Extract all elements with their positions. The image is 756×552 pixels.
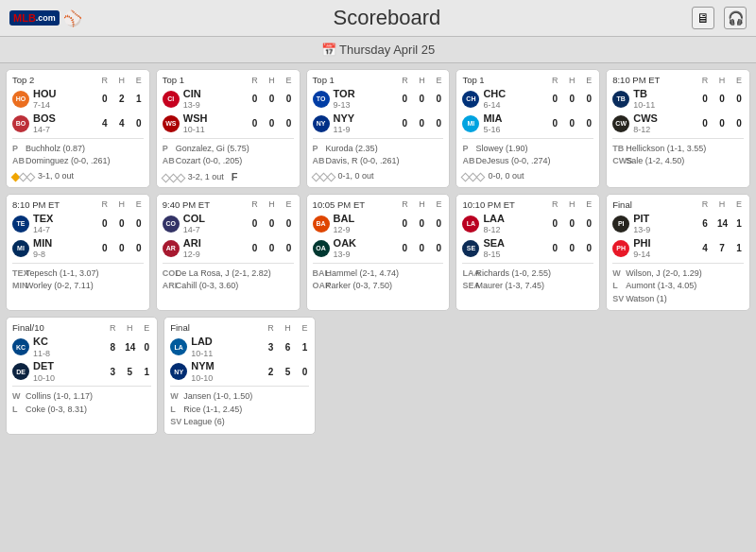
logo-BOS: BO xyxy=(12,115,29,132)
team-record-COL: 14-7 xyxy=(183,225,250,235)
games-row: Final/10RHEKCKC11-88140DEDET10-10351WCol… xyxy=(6,317,750,434)
game-status-text: Top 1 xyxy=(163,75,184,85)
team-name-WSH: WSH xyxy=(183,112,250,125)
team-name-OAK: OAK xyxy=(334,237,401,250)
mlb-baseball-icon: ⚾ xyxy=(63,9,82,27)
team-record-LAA: 8-12 xyxy=(483,225,550,235)
team-record-NYM: 10-10 xyxy=(191,373,266,384)
team-record-CHC: 6-14 xyxy=(483,100,550,111)
logo-CHC: CH xyxy=(462,91,479,108)
logo-ARI: AR xyxy=(163,240,180,257)
game-status-text: Final xyxy=(170,322,190,333)
team-record-BOS: 14-7 xyxy=(33,125,100,135)
game-card-game4[interactable]: Top 1RHECHCHC6-14000MIMIA5-16000PSlowey … xyxy=(455,69,600,188)
team-record-NYY: 11-9 xyxy=(334,125,401,135)
mlb-logo-container: MLB .com ⚾ xyxy=(9,9,82,27)
mlb-dot-com: .com xyxy=(36,13,56,23)
team-name-TOR: TOR xyxy=(334,88,401,100)
logo-BAL: BA xyxy=(313,216,330,233)
game-status-text: Top 1 xyxy=(313,75,335,85)
team-record-TEX: 14-7 xyxy=(33,225,100,235)
logo-NYM: NY xyxy=(170,363,187,380)
team-record-PHI: 9-14 xyxy=(633,250,700,260)
team-record-MIA: 5-16 xyxy=(483,125,550,135)
logo-MIN: MI xyxy=(12,240,29,257)
logo-CWS: CW xyxy=(612,115,629,132)
team-name-BOS: BOS xyxy=(33,112,100,125)
logo-PHI: PH xyxy=(612,240,629,257)
game-status-text: 10:10 PM ET xyxy=(462,199,514,210)
team-record-ARI: 12-9 xyxy=(183,250,250,260)
header: MLB .com ⚾ Scoreboard 🖥 🎧 xyxy=(0,0,756,37)
team-record-HOU: 7-14 xyxy=(33,100,100,111)
game-card-game12[interactable]: FinalRHELALAD10-11361NYNYM10-10250WJanse… xyxy=(163,317,316,434)
team-record-SEA: 8-15 xyxy=(483,250,550,260)
logo-OAK: OA xyxy=(313,240,330,257)
mlb-logo-text: MLB xyxy=(13,12,36,24)
logo-CIN: CI xyxy=(163,91,180,108)
game-card-game1[interactable]: Top 2RHEHOHOU7-14021BOBOS14-7440PBuchhol… xyxy=(6,69,150,188)
team-name-LAA: LAA xyxy=(483,213,550,225)
team-name-NYY: NYY xyxy=(334,112,401,125)
team-record-MIN: 9-8 xyxy=(33,250,100,260)
logo-LAD: LA xyxy=(170,338,187,355)
calendar-icon: 📅 xyxy=(321,43,336,57)
game-card-game9[interactable]: 10:10 PM ETRHELALAA8-12000SESEA8-15000LA… xyxy=(455,194,600,311)
logo-KC: KC xyxy=(12,338,29,355)
team-name-CIN: CIN xyxy=(183,88,250,100)
team-record-TOR: 9-13 xyxy=(334,100,401,111)
game-card-game5[interactable]: 8:10 PM ETRHETBTB10-11000CWCWS8-12000TBH… xyxy=(606,69,750,188)
logo-TB: TB xyxy=(612,91,629,108)
logo-SEA: SE xyxy=(462,240,479,257)
games-grid: Top 2RHEHOHOU7-14021BOBOS14-7440PBuchhol… xyxy=(0,63,756,440)
header-icons: 🖥 🎧 xyxy=(692,7,747,29)
team-record-OAK: 13-9 xyxy=(334,250,401,260)
team-name-TEX: TEX xyxy=(33,213,100,225)
game-card-game6[interactable]: 8:10 PM ETRHETETEX14-7000MIMIN9-8000TEXT… xyxy=(6,194,150,311)
logo-WSH: WS xyxy=(163,115,180,132)
team-name-PHI: PHI xyxy=(633,237,700,250)
team-record-CIN: 13-9 xyxy=(183,100,250,111)
team-name-SEA: SEA xyxy=(483,237,550,250)
team-name-MIN: MIN xyxy=(33,237,100,250)
team-name-DET: DET xyxy=(33,360,108,372)
team-record-BAL: 12-9 xyxy=(334,225,401,235)
page-title: Scoreboard xyxy=(82,6,692,30)
logo-MIA: MI xyxy=(462,115,479,132)
team-name-COL: COL xyxy=(183,213,250,225)
team-name-TB: TB xyxy=(633,88,700,100)
team-record-CWS: 8-12 xyxy=(633,125,700,135)
game-card-game11[interactable]: Final/10RHEKCKC11-88140DEDET10-10351WCol… xyxy=(6,317,158,434)
logo-HOU: HO xyxy=(12,91,29,108)
games-row: 8:10 PM ETRHETETEX14-7000MIMIN9-8000TEXT… xyxy=(6,194,750,311)
team-name-PIT: PIT xyxy=(633,213,700,225)
team-name-CHC: CHC xyxy=(483,88,550,100)
team-record-DET: 10-10 xyxy=(33,373,108,384)
game-status-text: Final xyxy=(612,199,632,210)
date-text: Thursday April 25 xyxy=(339,43,435,57)
logo-COL: CO xyxy=(163,216,180,233)
team-name-MIA: MIA xyxy=(483,112,550,125)
game-card-game2[interactable]: Top 1RHECICIN13-9000WSWSH10-11000PGonzal… xyxy=(156,69,301,188)
logo-LAA: LA xyxy=(462,216,479,233)
team-name-HOU: HOU xyxy=(33,88,100,100)
headphones-icon[interactable]: 🎧 xyxy=(724,7,747,29)
logo-TEX: TE xyxy=(12,216,29,233)
mlb-logo: MLB .com xyxy=(9,10,60,26)
team-record-TB: 10-11 xyxy=(633,100,700,111)
game-card-game3[interactable]: Top 1RHETOTOR9-13000NYNYY11-9000PKuroda … xyxy=(306,69,451,188)
team-name-NYM: NYM xyxy=(191,360,266,372)
team-name-LAD: LAD xyxy=(191,336,266,348)
game-status-text: 8:10 PM ET xyxy=(12,199,60,210)
logo-PIT: PI xyxy=(612,216,629,233)
game-status-text: Top 2 xyxy=(12,75,34,85)
tv-icon[interactable]: 🖥 xyxy=(692,7,714,29)
game-card-game10[interactable]: FinalRHEPIPIT13-96141PHPHI9-14471WWilson… xyxy=(606,194,750,311)
game-card-game8[interactable]: 10:05 PM ETRHEBABAL12-9000OAOAK13-9000BA… xyxy=(306,194,451,311)
team-record-KC: 11-8 xyxy=(33,349,108,359)
team-name-ARI: ARI xyxy=(183,237,250,250)
team-record-WSH: 10-11 xyxy=(183,125,250,135)
games-row: Top 2RHEHOHOU7-14021BOBOS14-7440PBuchhol… xyxy=(6,69,750,188)
game-card-game7[interactable]: 9:40 PM ETRHECOCOL14-7000ARARI12-9000COL… xyxy=(156,194,301,311)
game-status-text: 8:10 PM ET xyxy=(612,75,660,85)
